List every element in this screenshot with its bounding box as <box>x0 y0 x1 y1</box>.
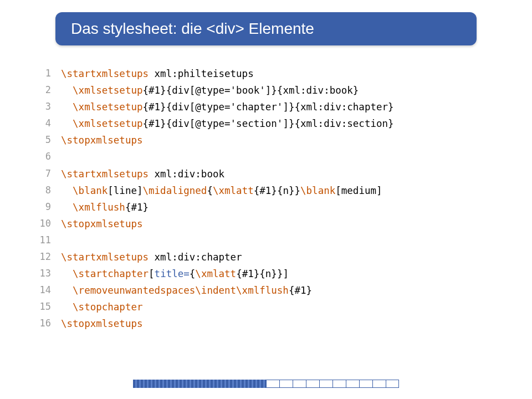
line-number: 3 <box>34 99 61 115</box>
code-line: 14 \removeunwantedspaces\indent\xmlflush… <box>34 282 499 299</box>
progress-fill <box>133 380 266 388</box>
code-text: \stopchapter <box>61 299 143 315</box>
code-text: \startchapter[title={\xmlatt{#1}{n}}] <box>61 265 289 282</box>
code-line: 16\stopxmlsetups <box>34 315 499 332</box>
line-number: 14 <box>34 282 61 299</box>
title-text: Das stylesheet: die <div> Elemente <box>71 20 314 38</box>
line-number: 11 <box>34 232 61 249</box>
code-text: \stopxmlsetups <box>61 315 143 332</box>
code-text <box>61 149 67 165</box>
code-line: 8 \blank[line]\midaligned{\xmlatt{#1}{n}… <box>34 182 499 199</box>
code-line: 10\stopxmlsetups <box>34 216 499 232</box>
line-number: 2 <box>34 82 61 99</box>
code-text: \removeunwantedspaces\indent\xmlflush{#1… <box>61 282 312 299</box>
code-block: 1\startxmlsetups xml:philteisetups2 \xml… <box>34 65 499 332</box>
line-number: 4 <box>34 115 61 132</box>
code-text: \startxmlsetups xml:philteisetups <box>61 65 254 82</box>
line-number: 12 <box>34 249 61 265</box>
line-number: 10 <box>34 216 61 232</box>
line-number: 9 <box>34 199 61 216</box>
code-line: 7\startxmlsetups xml:div:book <box>34 166 499 182</box>
code-text: \startxmlsetups xml:div:chapter <box>61 249 242 265</box>
code-text: \xmlsetsetup{#1}{div[@type='book']}{xml:… <box>61 82 359 99</box>
line-number: 6 <box>34 149 61 165</box>
code-line: 9 \xmlflush{#1} <box>34 199 499 216</box>
progress-bar <box>133 380 399 388</box>
code-text: \startxmlsetups xml:div:book <box>61 166 224 182</box>
progress-empty <box>266 380 399 388</box>
line-number: 16 <box>34 315 61 332</box>
code-line: 3 \xmlsetsetup{#1}{div[@type='chapter']}… <box>34 99 499 115</box>
code-line: 15 \stopchapter <box>34 299 499 315</box>
code-line: 2 \xmlsetsetup{#1}{div[@type='book']}{xm… <box>34 82 499 99</box>
line-number: 8 <box>34 182 61 199</box>
line-number: 5 <box>34 132 61 149</box>
code-text: \stopxmlsetups <box>61 216 143 232</box>
line-number: 7 <box>34 166 61 182</box>
line-number: 15 <box>34 299 61 315</box>
code-text: \stopxmlsetups <box>61 132 143 149</box>
code-line: 11 <box>34 232 499 249</box>
code-line: 6 <box>34 149 499 165</box>
code-line: 1\startxmlsetups xml:philteisetups <box>34 65 499 82</box>
code-text: \xmlflush{#1} <box>61 199 149 216</box>
code-line: 5\stopxmlsetups <box>34 132 499 149</box>
code-text: \xmlsetsetup{#1}{div[@type='chapter']}{x… <box>61 99 394 115</box>
line-number: 13 <box>34 265 61 282</box>
code-line: 13 \startchapter[title={\xmlatt{#1}{n}}] <box>34 265 499 282</box>
code-text <box>61 232 67 249</box>
line-number: 1 <box>34 65 61 82</box>
page-title: Das stylesheet: die <div> Elemente <box>55 12 477 45</box>
code-line: 4 \xmlsetsetup{#1}{div[@type='section']}… <box>34 115 499 132</box>
code-text: \blank[line]\midaligned{\xmlatt{#1}{n}}\… <box>61 182 382 199</box>
code-text: \xmlsetsetup{#1}{div[@type='section']}{x… <box>61 115 394 132</box>
code-line: 12\startxmlsetups xml:div:chapter <box>34 249 499 265</box>
